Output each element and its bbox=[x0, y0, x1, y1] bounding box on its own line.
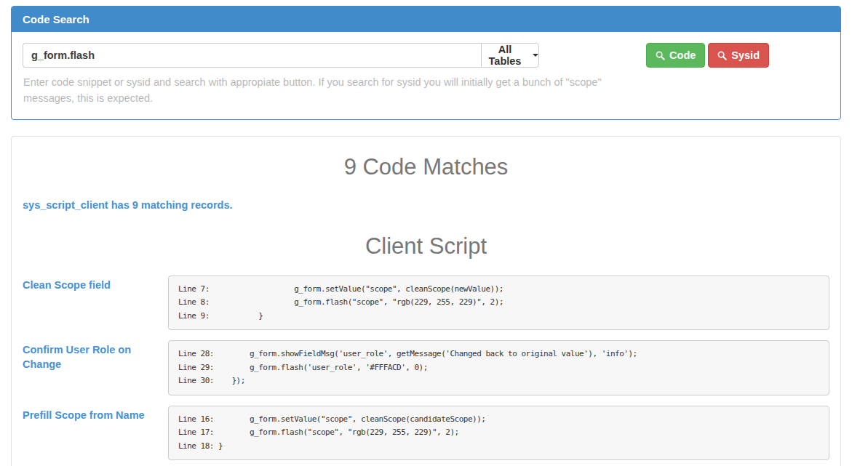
results-panel: 9 Code Matches sys_script_client has 9 m… bbox=[11, 136, 841, 466]
search-icon bbox=[656, 51, 665, 60]
record-row: Clean Scope field Line 7: g_form.setValu… bbox=[23, 276, 829, 331]
record-name-link[interactable]: Prefill Scope from Name bbox=[23, 406, 168, 461]
search-buttons: Code Sysid bbox=[646, 43, 769, 68]
code-snippet: Line 7: g_form.setValue("scope", cleanSc… bbox=[168, 276, 829, 331]
record-row: Confirm User Role on Change Line 28: g_f… bbox=[23, 340, 829, 395]
search-icon bbox=[717, 51, 727, 60]
search-row: All Tables Code bbox=[23, 43, 829, 68]
table-filter-dropdown[interactable]: All Tables bbox=[481, 43, 539, 68]
table-section-heading: Client Script bbox=[23, 233, 829, 260]
code-snippet: Line 28: g_form.showFieldMsg('user_role'… bbox=[168, 340, 829, 395]
search-input-group: All Tables bbox=[23, 43, 539, 68]
matches-count-heading: 9 Code Matches bbox=[23, 154, 829, 180]
sysid-button-label: Sysid bbox=[731, 49, 760, 61]
panel-title: Code Search bbox=[12, 7, 840, 32]
record-name-link[interactable]: Clean Scope field bbox=[23, 276, 168, 331]
table-filter-label: All Tables bbox=[482, 44, 528, 67]
code-search-input[interactable] bbox=[23, 43, 481, 68]
sysid-search-button[interactable]: Sysid bbox=[708, 43, 769, 68]
code-search-button[interactable]: Code bbox=[646, 43, 705, 68]
code-search-panel-body: All Tables Code bbox=[12, 32, 840, 119]
record-row: Prefill Scope from Name Line 16: g_form.… bbox=[23, 406, 829, 461]
search-help-text: Enter code snippet or sysid and search w… bbox=[23, 74, 602, 107]
record-name-link[interactable]: Confirm User Role on Change bbox=[23, 340, 168, 395]
page: Code Search All Tables bbox=[0, 0, 868, 466]
code-search-panel: Code Search All Tables bbox=[11, 6, 841, 120]
code-snippet: Line 16: g_form.setValue("scope", cleanS… bbox=[168, 406, 829, 461]
code-button-label: Code bbox=[669, 49, 696, 61]
caret-down-icon bbox=[533, 54, 538, 57]
table-match-summary-link[interactable]: sys_script_client has 9 matching records… bbox=[23, 199, 233, 211]
